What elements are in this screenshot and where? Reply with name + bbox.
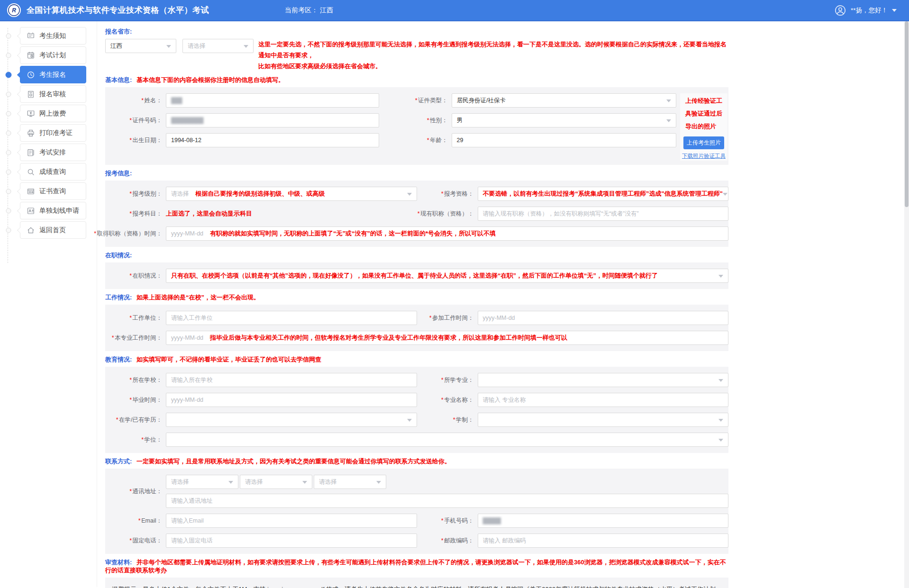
review-section-note: 并非每个地区都需要上传属地证明材料，如有要求请按照要求上传，有些考生可能遇到上传… (105, 559, 726, 574)
sidebar-item-label: 考生报名 (39, 71, 66, 79)
school-years-select[interactable] (478, 413, 729, 427)
current-title-input[interactable]: 请输入现有职称（资格），如没有职称则填写“无“或者”没有” (478, 207, 729, 221)
employment-status-select[interactable]: 只有在职、在校两个选项（以前是有“其他”选项的，现在好像没了），如果没有工作单位… (166, 269, 728, 283)
chevron-down-icon (718, 419, 723, 424)
mobile-input[interactable]: █████ (478, 514, 729, 528)
chevron-down-icon (666, 119, 671, 125)
zipcode-label: 邮政编码： (444, 537, 474, 544)
sidebar-item-label: 成绩查询 (39, 168, 66, 176)
photo-upload-note: 上传经验证工 具验证通过后 导出的照片 (685, 94, 722, 133)
telephone-label: 固定电话： (133, 537, 163, 544)
user-greeting: **扬，您好！ (851, 6, 888, 15)
sidebar-item-certificate-query[interactable]: 证书查询 (20, 182, 86, 200)
upload-photo-button[interactable]: 上传考生照片 (683, 136, 724, 149)
sidebar-item-registration-review[interactable]: 报名审核 (20, 85, 86, 103)
birth-date-input[interactable]: 1994-08-12 (166, 133, 379, 147)
printer-icon (27, 129, 35, 137)
chevron-down-icon (407, 419, 412, 424)
zipcode-placeholder: 请输入 邮政编码 (483, 537, 526, 545)
sidebar-item-registration[interactable]: 考生报名 (20, 66, 86, 83)
degree-label: 学位： (145, 436, 163, 443)
apply-qualification-select[interactable]: 不要选错，以前有考生出现过报考“系统集成项目管理工程师”选成"信息系统管理工程师… (478, 187, 729, 201)
birth-date-value: 1994-08-12 (171, 137, 201, 144)
title-time-note: 有职称的就如实填写时间，无职称的上面填了“无”或“没有”的话，这一栏前面的*号会… (210, 229, 496, 238)
age-input[interactable]: 29 (452, 133, 677, 147)
sidebar-item-score-query[interactable]: 成绩查询 (20, 163, 86, 181)
major-work-time-input[interactable]: yyyy-MM-dd 指毕业后做与本专业相关工作的时间，但软考报名对考生所学专业… (166, 331, 728, 345)
apply-qualification-label: 报考资格： (444, 190, 474, 197)
gender-label: 性别： (430, 117, 448, 124)
telephone-input[interactable]: 请输入固定电话 (166, 534, 417, 548)
scrollbar-thumb[interactable] (905, 21, 909, 207)
major-name-placeholder: 请输入 专业名称 (483, 396, 526, 404)
contact-panel: *通讯地址： 请选择 请选择 请选择 (105, 469, 728, 554)
sidebar-item-label: 打印准考证 (39, 129, 73, 137)
chevron-down-icon (228, 481, 233, 486)
magnifier-icon (27, 168, 35, 176)
birth-date-label: 出生日期： (133, 137, 163, 144)
apply-level-select[interactable]: 请选择 根据自己要报考的级别选择初级、中级、或高级 (166, 187, 417, 201)
city-select[interactable]: 请选择 (182, 39, 254, 53)
province-select[interactable]: 江西 (105, 39, 176, 53)
sidebar-item-separate-line-application[interactable]: 单独划线申请 (20, 202, 86, 219)
work-panel: *工作单位： 请输入工作单位 *参加工作时间： yyyy-MM-dd *本专业工… (105, 305, 728, 351)
sidebar-item-label: 报名审核 (39, 90, 66, 99)
a-grade-card-icon (27, 207, 35, 215)
calendar-clock-icon (27, 51, 35, 60)
chevron-down-icon (376, 481, 381, 486)
employment-status-note: 只有在职、在校两个选项（以前是有“其他”选项的，现在好像没了），如果没有工作单位… (171, 271, 658, 280)
graduation-time-input[interactable]: yyyy-MM-dd (166, 393, 417, 407)
name-input[interactable]: ███ (166, 93, 379, 108)
sidebar-item-print-admission[interactable]: 打印准考证 (20, 124, 86, 142)
address-city-select[interactable]: 请选择 (240, 475, 312, 489)
address-detail-input[interactable]: 请输入通讯地址 (166, 494, 728, 508)
major-category-select[interactable] (478, 373, 729, 387)
school-input[interactable]: 请输入所在学校 (166, 373, 417, 387)
email-label: Email： (141, 517, 162, 524)
sidebar-item-exam-plan[interactable]: 考试计划 (20, 46, 86, 64)
download-photo-tool-link[interactable]: 下载照片验证工具 (682, 153, 726, 160)
id-number-input[interactable]: █████████ (166, 113, 379, 127)
masked-name-value: ███ (171, 97, 182, 104)
work-start-placeholder: yyyy-MM-dd (483, 315, 515, 321)
sidebar-item-exam-arrangement[interactable]: 考试安排 (20, 144, 86, 161)
address-district-select[interactable]: 请选择 (314, 475, 386, 489)
address-detail-placeholder: 请输入通讯地址 (171, 497, 213, 505)
chevron-down-icon (244, 45, 248, 50)
timeline-dot (6, 91, 11, 97)
degree-level-select[interactable] (166, 413, 417, 427)
document-pen-icon (27, 148, 35, 157)
major-work-time-placeholder: yyyy-MM-dd (171, 335, 203, 341)
address-district-placeholder: 请选择 (319, 478, 337, 486)
zipcode-input[interactable]: 请输入 邮政编码 (478, 534, 729, 548)
id-type-select[interactable]: 居民身份证/社保卡 (452, 93, 677, 108)
chevron-down-icon (407, 193, 412, 198)
review-material-panel: 温馨提示：最多上传1个文件，每个文件不大于1M，支持 jpg、jpeg、png、… (105, 578, 728, 588)
email-input[interactable]: 请输入Email (166, 514, 417, 528)
major-work-time-label: 本专业工作时间： (115, 335, 162, 341)
address-label: 通讯地址： (133, 488, 163, 495)
employer-input[interactable]: 请输入工作单位 (166, 311, 417, 325)
timeline-dot (6, 227, 11, 233)
chevron-down-icon (166, 45, 171, 50)
major-name-input[interactable]: 请输入 专业名称 (478, 393, 729, 407)
degree-select[interactable] (166, 433, 728, 447)
work-start-input[interactable]: yyyy-MM-dd (478, 311, 729, 325)
address-province-select[interactable]: 请选择 (166, 475, 238, 489)
name-label: 姓名： (145, 97, 163, 104)
clock-icon (27, 71, 35, 79)
title-time-input[interactable]: yyyy-MM-dd 有职称的就如实填写时间，无职称的上面填了“无”或“没有”的… (166, 226, 728, 241)
gender-select[interactable]: 男 (452, 113, 677, 127)
graduation-time-label: 毕业时间： (133, 397, 163, 403)
user-menu[interactable]: **扬，您好！ (834, 4, 897, 17)
app-header: R 全国计算机技术与软件专业技术资格（水平）考试 当前考区： 江西 **扬，您好… (0, 0, 909, 21)
sidebar-item-exam-notice[interactable]: 考生须知 (20, 27, 86, 45)
timeline-dot (6, 53, 11, 58)
chevron-down-icon (718, 439, 723, 444)
title-time-label: 取得职称（资格）时间： (97, 230, 163, 237)
sidebar-item-online-payment[interactable]: 网上缴费 (20, 105, 86, 122)
education-panel: *所在学校： 请输入所在学校 *所学专业： *毕业时间： yyyy-MM-d (105, 367, 728, 453)
basic-section-note: 基本信息下面的内容会根据你注册时的信息自动填写。 (136, 76, 284, 83)
sidebar-item-back-home[interactable]: 返回首页 (20, 221, 86, 239)
apply-level-placeholder: 请选择 (171, 190, 189, 198)
